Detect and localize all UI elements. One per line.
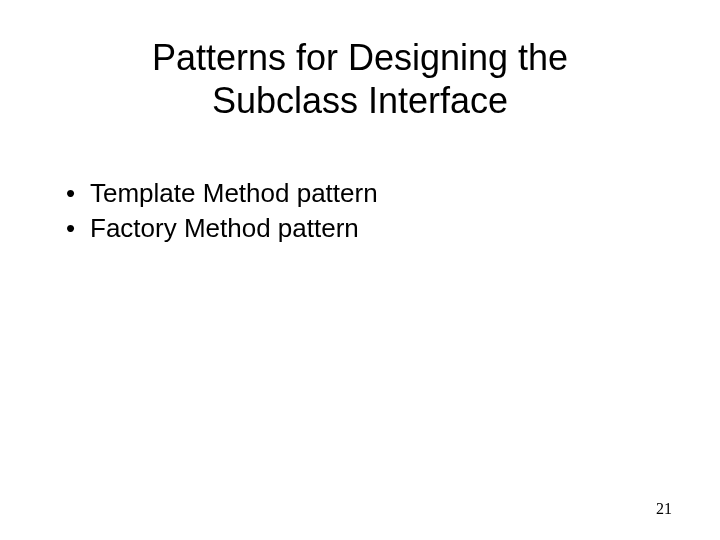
list-item: Factory Method pattern bbox=[62, 211, 670, 246]
page-number: 21 bbox=[656, 500, 672, 518]
slide-title: Patterns for Designing the Subclass Inte… bbox=[50, 36, 670, 122]
slide-container: Patterns for Designing the Subclass Inte… bbox=[0, 0, 720, 540]
bullet-list: Template Method pattern Factory Method p… bbox=[50, 176, 670, 246]
list-item: Template Method pattern bbox=[62, 176, 670, 211]
